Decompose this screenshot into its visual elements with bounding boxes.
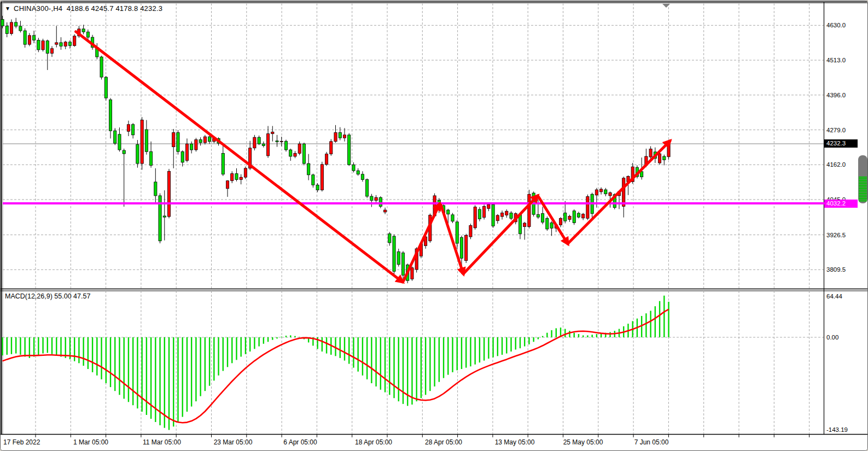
candle <box>564 213 567 221</box>
candle <box>127 125 130 132</box>
candle <box>280 141 283 142</box>
svg-text:23 Mar 05:00: 23 Mar 05:00 <box>214 438 253 446</box>
candle <box>1 19 4 26</box>
candle <box>37 40 40 50</box>
candle <box>253 137 256 148</box>
candle <box>64 42 67 46</box>
candle <box>546 218 549 229</box>
candle <box>330 142 333 154</box>
candle <box>181 151 184 162</box>
candle <box>397 251 400 264</box>
candle <box>388 234 391 243</box>
ohlc-values-label: 4188.6 4245.7 4178.8 4232.3 <box>67 4 162 13</box>
candle <box>334 132 337 141</box>
svg-text:4162.0: 4162.0 <box>826 161 846 168</box>
candle <box>190 144 193 150</box>
candle <box>136 144 139 163</box>
svg-text:1 Mar 05:00: 1 Mar 05:00 <box>73 438 108 446</box>
candle <box>284 141 287 150</box>
candle <box>226 181 229 189</box>
candle <box>393 236 395 271</box>
current-price-tag: 4232.3 <box>824 139 858 148</box>
candle <box>82 29 85 32</box>
candle <box>383 210 386 212</box>
macd-indicator-label: MACD(12,26,9) 55.00 47.57 <box>5 292 90 300</box>
candle <box>15 22 18 26</box>
candle <box>640 172 643 177</box>
candle <box>316 185 319 190</box>
candle <box>451 215 454 221</box>
candle <box>510 213 512 219</box>
candle <box>68 42 71 46</box>
candle <box>649 149 652 157</box>
svg-text:4630.0: 4630.0 <box>826 22 846 28</box>
svg-text:3926.5: 3926.5 <box>826 232 846 238</box>
candle <box>352 165 355 171</box>
candle <box>114 131 116 143</box>
candle <box>559 218 562 225</box>
candle <box>294 154 296 156</box>
candle <box>46 41 49 54</box>
chart-title: ▼CHINA300-,H4 4188.6 4245.7 4178.8 4232.… <box>5 4 162 13</box>
candle <box>307 163 310 175</box>
candle <box>568 216 571 220</box>
svg-text:28 Apr 05:00: 28 Apr 05:00 <box>425 438 462 446</box>
candle <box>366 180 369 197</box>
candle <box>523 223 526 227</box>
candle <box>298 144 301 153</box>
candle <box>73 36 76 45</box>
candle <box>370 196 373 201</box>
candle <box>622 178 625 207</box>
candle <box>401 253 404 276</box>
candle <box>276 141 278 142</box>
candle <box>663 156 666 160</box>
candle <box>141 120 143 164</box>
candle <box>465 235 468 260</box>
candle <box>325 154 328 165</box>
candle <box>582 214 585 218</box>
candle <box>478 209 481 219</box>
symbol-period-label: CHINA300-,H4 <box>14 4 62 13</box>
candle <box>348 135 351 165</box>
candle <box>447 210 450 214</box>
svg-text:64.44: 64.44 <box>826 293 842 300</box>
candle <box>339 132 341 138</box>
candle <box>595 190 598 195</box>
candle <box>312 175 314 185</box>
candle <box>550 223 553 229</box>
candle <box>599 189 602 192</box>
svg-text:25 May 05:00: 25 May 05:00 <box>563 438 603 446</box>
candle <box>222 154 224 174</box>
candle <box>289 150 292 156</box>
candle <box>104 77 107 98</box>
candle <box>469 225 472 237</box>
candle <box>195 140 197 150</box>
candle <box>573 211 575 223</box>
candle <box>33 36 36 40</box>
candle <box>86 32 89 37</box>
candle <box>60 43 62 46</box>
candle <box>154 182 157 196</box>
svg-text:18 Apr 05:00: 18 Apr 05:00 <box>355 438 392 446</box>
candle <box>667 144 670 157</box>
candle <box>100 57 103 77</box>
vertical-scrollbar-thumb[interactable] <box>858 155 867 203</box>
candle <box>50 49 53 54</box>
candle <box>19 26 22 31</box>
candle <box>496 215 499 221</box>
svg-text:3809.5: 3809.5 <box>826 266 846 273</box>
candlestick-chart-canvas[interactable]: 4630.04513.04396.04279.04162.04045.03926… <box>1 1 868 451</box>
candle <box>541 214 544 222</box>
candle <box>132 125 135 135</box>
candle <box>528 194 531 226</box>
candle <box>172 132 175 147</box>
candle <box>586 197 589 219</box>
svg-text:4513.0: 4513.0 <box>826 57 846 63</box>
svg-text:4279.0: 4279.0 <box>826 127 846 133</box>
candle <box>235 174 238 180</box>
candle <box>28 36 31 44</box>
candle <box>123 150 125 154</box>
candle <box>343 135 346 138</box>
svg-text:11 Mar 05:00: 11 Mar 05:00 <box>143 438 181 446</box>
candle <box>199 140 202 143</box>
